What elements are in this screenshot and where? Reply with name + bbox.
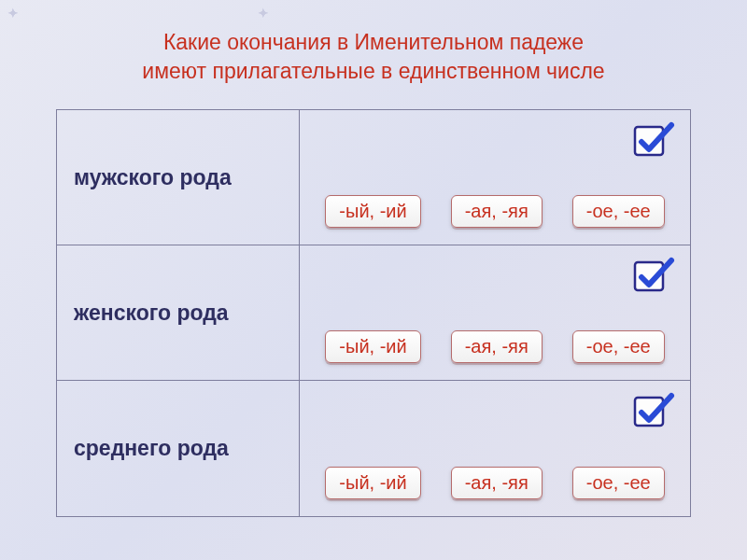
- gender-label: мужского рода: [74, 165, 232, 190]
- checkbox-icon[interactable]: [632, 257, 675, 294]
- gender-label: среднего рода: [74, 436, 229, 461]
- table-row: ✦ ✦ мужского рода -ый, -ий -ая, -яя -ое,…: [57, 110, 690, 245]
- checkbox-icon[interactable]: [632, 392, 675, 429]
- options-cell: -ый, -ий -ая, -яя -ое, -ее: [300, 245, 690, 380]
- checkbox-icon[interactable]: [632, 121, 675, 159]
- sparkle-icon: ✦: [258, 6, 269, 21]
- options-cell: -ый, -ий -ая, -яя -ое, -ее: [300, 381, 690, 516]
- gender-label: женского рода: [74, 301, 229, 326]
- sparkle-icon: ✦: [7, 6, 19, 21]
- page-title: Какие окончания в Именительном падеже им…: [56, 28, 691, 86]
- gender-label-cell: мужского рода: [57, 110, 300, 245]
- ending-option[interactable]: -ое, -ее: [572, 330, 665, 363]
- ending-option[interactable]: -ая, -яя: [451, 330, 543, 363]
- table-row: ✦ ✦ среднего рода -ый, -ий -ая, -яя -ое,…: [57, 381, 690, 516]
- ending-option[interactable]: -ый, -ий: [325, 330, 420, 363]
- title-line-2: имеют прилагательные в единственном числ…: [142, 59, 604, 83]
- title-line-1: Какие окончания в Именительном падеже: [163, 30, 584, 54]
- ending-option[interactable]: -ая, -яя: [451, 195, 543, 228]
- table-row: ✦ ✦ женского рода -ый, -ий -ая, -яя -ое,…: [57, 245, 690, 381]
- gender-label-cell: женского рода: [57, 245, 300, 380]
- options-cell: -ый, -ий -ая, -яя -ое, -ее: [300, 110, 690, 245]
- sparkle-icon: ✦: [258, 6, 269, 21]
- ending-option[interactable]: -ая, -яя: [451, 467, 543, 499]
- ending-option[interactable]: -ое, -ее: [572, 195, 665, 228]
- ending-option[interactable]: -ый, -ий: [325, 195, 420, 228]
- ending-option[interactable]: -ое, -ее: [572, 467, 665, 499]
- gender-label-cell: среднего рода: [57, 381, 300, 516]
- ending-option[interactable]: -ый, -ий: [325, 467, 420, 499]
- sparkle-icon: ✦: [7, 6, 19, 21]
- sparkle-icon: ✦: [7, 6, 19, 21]
- grammar-table: ✦ ✦ мужского рода -ый, -ий -ая, -яя -ое,…: [56, 109, 691, 517]
- sparkle-icon: ✦: [258, 6, 269, 21]
